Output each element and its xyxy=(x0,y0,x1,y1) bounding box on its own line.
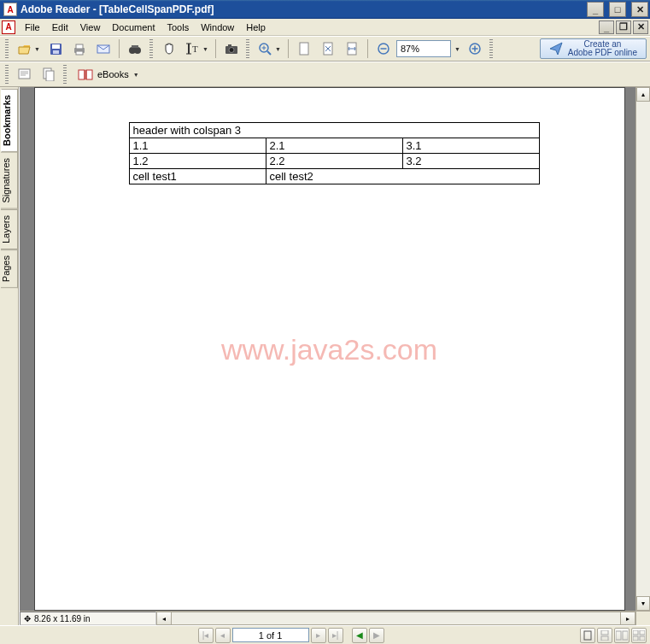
snapshot-button[interactable] xyxy=(220,38,243,60)
svg-rect-36 xyxy=(623,631,628,640)
menu-document[interactable]: Document xyxy=(106,20,161,34)
prev-view-button[interactable]: ◀ xyxy=(352,628,367,643)
tab-pages[interactable]: Pages xyxy=(1,249,18,288)
select-text-button[interactable]: T ▼ xyxy=(182,38,211,60)
toolbar-grip[interactable] xyxy=(489,39,493,58)
actual-size-button[interactable] xyxy=(293,38,315,60)
secondary-toolbar: eBooks ▼ xyxy=(0,61,650,87)
doc-minimize-button[interactable]: _ xyxy=(599,20,614,34)
menu-tools[interactable]: Tools xyxy=(161,20,196,34)
fit-page-button[interactable] xyxy=(317,38,339,60)
continuous-facing-button[interactable] xyxy=(631,628,647,643)
table-cell: 3.2 xyxy=(402,154,539,169)
svg-text:T: T xyxy=(192,44,198,54)
zoom-input[interactable] xyxy=(396,40,451,57)
tab-signatures[interactable]: Signatures xyxy=(1,152,18,209)
first-page-button[interactable]: |◂ xyxy=(198,628,214,643)
menu-view[interactable]: View xyxy=(74,20,107,34)
tab-bookmarks[interactable]: Bookmarks xyxy=(1,89,18,152)
menu-help[interactable]: Help xyxy=(240,20,272,34)
doc-restore-button[interactable]: ❐ xyxy=(616,20,631,34)
next-page-button[interactable]: ▸ xyxy=(311,628,326,643)
svg-rect-5 xyxy=(76,51,83,55)
close-button[interactable]: ✕ xyxy=(631,2,648,17)
menubar: A FileEditViewDocumentToolsWindowHelp _ … xyxy=(0,19,650,36)
next-view-button[interactable]: ▶ xyxy=(369,628,384,643)
fit-page-icon xyxy=(322,42,334,56)
hand-icon xyxy=(162,42,176,56)
last-page-button[interactable]: ▸| xyxy=(328,628,343,643)
svg-rect-9 xyxy=(132,45,138,48)
menu-edit[interactable]: Edit xyxy=(46,20,74,34)
table-cell: 2.2 xyxy=(266,154,402,169)
zoom-in-button[interactable]: ▼ xyxy=(255,38,284,60)
scroll-down-button[interactable]: ▾ xyxy=(636,596,650,611)
text-select-icon: T xyxy=(186,42,198,56)
ebooks-button[interactable]: eBooks ▼ xyxy=(72,64,147,85)
tab-layers[interactable]: Layers xyxy=(1,209,18,249)
toolbar-grip[interactable] xyxy=(149,39,153,58)
folder-open-icon xyxy=(18,43,32,55)
svg-rect-30 xyxy=(79,70,85,79)
camera-icon xyxy=(225,43,238,55)
search-button[interactable] xyxy=(124,38,146,60)
open-button[interactable]: ▼ xyxy=(14,38,43,60)
svg-rect-4 xyxy=(76,44,83,49)
email-button[interactable] xyxy=(92,38,114,60)
save-button[interactable] xyxy=(44,38,67,60)
maximize-button[interactable]: □ xyxy=(609,2,626,17)
window-titlebar: A Adobe Reader - [TableCellSpanPDF.pdf] … xyxy=(0,0,650,19)
page-size-text: 8.26 x 11.69 in xyxy=(34,614,91,624)
table-cell: header with colspan 3 xyxy=(129,123,539,138)
zoom-in-plus-button[interactable] xyxy=(464,38,486,60)
note-icon xyxy=(18,68,32,80)
continuous-facing-icon xyxy=(633,630,645,641)
prev-page-button[interactable]: ◂ xyxy=(215,628,231,643)
facing-button[interactable] xyxy=(614,628,630,643)
menu-window[interactable]: Window xyxy=(195,20,240,34)
review-comment-button[interactable] xyxy=(14,63,36,85)
continuous-icon xyxy=(600,630,609,641)
toolbar-grip[interactable] xyxy=(5,65,9,84)
table-cell: 1.1 xyxy=(129,138,266,154)
paper-plane-icon xyxy=(549,42,563,56)
print-button[interactable] xyxy=(68,38,91,60)
single-page-icon xyxy=(583,630,592,641)
fit-width-icon xyxy=(346,42,358,56)
vertical-scrollbar[interactable]: ▴ ▾ xyxy=(635,87,650,611)
main-toolbar: ▼ T ▼ ▼ ▼ xyxy=(0,36,650,61)
adobe-online-label-2: Adobe PDF online xyxy=(568,49,637,57)
minimize-button[interactable]: _ xyxy=(587,2,604,17)
adobe-pdf-online-button[interactable]: Create an Adobe PDF online xyxy=(540,38,647,59)
crosshair-icon: ✥ xyxy=(24,614,31,624)
minus-circle-icon xyxy=(378,43,389,55)
doc-close-button[interactable]: ✕ xyxy=(633,20,648,34)
continuous-button[interactable] xyxy=(597,628,612,643)
svg-rect-29 xyxy=(46,71,54,81)
horizontal-scrollbar[interactable]: ◂ ▸ xyxy=(156,612,635,625)
svg-rect-14 xyxy=(228,44,231,47)
hand-tool-button[interactable] xyxy=(158,38,180,60)
zoom-dropdown-icon[interactable]: ▼ xyxy=(454,46,460,52)
toolbar-grip[interactable] xyxy=(246,39,249,58)
table-cell: cell test1 xyxy=(129,169,266,184)
zoom-out-button[interactable] xyxy=(372,38,395,60)
toolbar-grip[interactable] xyxy=(5,39,9,58)
scroll-corner xyxy=(635,612,650,625)
single-page-button[interactable] xyxy=(580,628,595,643)
toolbar-grip[interactable] xyxy=(63,65,67,84)
app-icon: A xyxy=(3,3,17,16)
svg-rect-34 xyxy=(601,636,608,641)
page-number-input[interactable] xyxy=(232,628,309,642)
review-document-button[interactable] xyxy=(38,63,60,85)
menu-file[interactable]: File xyxy=(19,20,46,34)
scroll-track[interactable] xyxy=(636,102,650,596)
document-viewport[interactable]: www.java2s.com header with colspan 31.12… xyxy=(20,87,635,611)
scroll-right-button[interactable]: ▸ xyxy=(620,612,635,624)
scroll-left-button[interactable]: ◂ xyxy=(157,612,172,624)
fit-width-button[interactable] xyxy=(341,38,363,60)
svg-rect-33 xyxy=(601,630,608,635)
window-title: Adobe Reader - [TableCellSpanPDF.pdf] xyxy=(20,3,582,15)
envelope-icon xyxy=(97,43,110,55)
scroll-up-button[interactable]: ▴ xyxy=(636,87,650,102)
